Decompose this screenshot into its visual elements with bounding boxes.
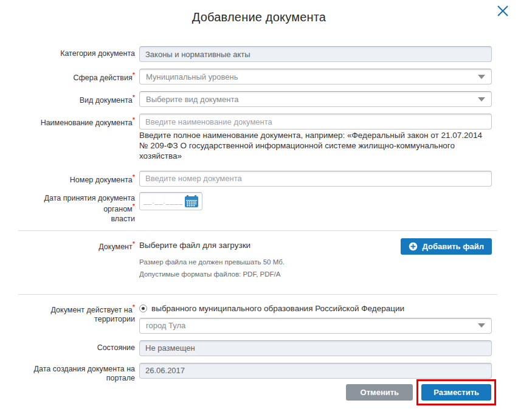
scope-select[interactable]: Муниципальный уровень — [139, 69, 492, 84]
document-file-label: Документ* — [18, 238, 135, 252]
state-field — [139, 340, 492, 356]
calendar-icon[interactable] — [185, 195, 198, 207]
territory-radio-label: выбранного муниципального образования Ро… — [151, 304, 404, 313]
annotation-highlight-rectangle: Разместить — [416, 379, 496, 405]
section-divider — [18, 294, 497, 295]
doc-name-row: Наименование документа* — [0, 114, 518, 129]
file-choose-text: Выберите файл для загрузки — [139, 241, 285, 250]
chevron-down-icon — [478, 97, 485, 102]
required-asterisk: * — [133, 116, 135, 123]
doc-name-label: Наименование документа* — [18, 114, 135, 128]
territory-label: Документ действует на* территории — [18, 302, 135, 325]
required-asterisk: * — [133, 303, 135, 311]
submit-button[interactable]: Разместить — [421, 384, 491, 401]
file-format-hint: Допустимые форматы файлов: PDF, PDF/A — [139, 270, 285, 278]
dialog-footer: Отменить Разместить — [0, 379, 518, 405]
doc-type-row: Вид документа* Выберите вид документа — [0, 91, 518, 107]
add-file-button-label: Добавить файл — [423, 242, 484, 251]
doc-type-select[interactable]: Выберите вид документа — [139, 91, 492, 107]
doc-number-label: Номер документа* — [18, 171, 135, 185]
required-asterisk: * — [133, 94, 135, 101]
adoption-date-input[interactable]: __.__.____ — [139, 192, 202, 210]
radio-selected-icon — [139, 305, 147, 312]
state-row: Состояние — [0, 340, 518, 356]
close-x-glyph — [496, 4, 510, 18]
doc-number-input[interactable] — [139, 171, 492, 187]
required-asterisk: * — [133, 240, 135, 247]
required-asterisk: * — [133, 71, 135, 78]
category-row: Категория документа — [0, 46, 518, 62]
chevron-down-icon — [478, 323, 485, 328]
required-asterisk: * — [133, 202, 135, 210]
doc-name-hint: Введите полное наименование документа, н… — [139, 131, 489, 162]
category-field — [139, 46, 492, 62]
category-label: Категория документа — [18, 46, 135, 59]
scope-label: Сфера действия* — [18, 69, 135, 83]
territory-select-value: город Тула — [146, 321, 185, 330]
territory-select[interactable]: город Тула — [139, 318, 492, 334]
territory-radio[interactable]: выбранного муниципального образования Ро… — [139, 302, 492, 313]
portal-date-field — [139, 363, 492, 379]
adoption-date-label: Дата принятия документа органом* власти — [18, 192, 135, 224]
date-placeholder: __.__.____ — [143, 198, 183, 205]
doc-name-hint-row: Введите полное наименование документа, н… — [0, 131, 518, 162]
document-file-row: Документ* Выберите файл для загрузки Раз… — [0, 238, 518, 278]
doc-type-label: Вид документа* — [18, 91, 135, 106]
doc-type-placeholder: Выберите вид документа — [146, 95, 238, 104]
section-divider — [18, 230, 497, 231]
doc-name-input[interactable] — [139, 114, 492, 129]
add-document-dialog: Добавление документа Категория документа… — [0, 0, 518, 420]
required-asterisk: * — [133, 173, 135, 181]
state-label: Состояние — [18, 340, 135, 353]
close-icon[interactable] — [495, 3, 511, 19]
cancel-button[interactable]: Отменить — [346, 384, 413, 401]
add-file-button[interactable]: Добавить файл — [401, 238, 492, 255]
scope-select-value: Муниципальный уровень — [146, 72, 238, 81]
dialog-title: Добавление документа — [0, 0, 518, 24]
chevron-down-icon — [478, 75, 485, 79]
territory-row: Документ действует на* территории выбран… — [0, 302, 518, 334]
doc-number-row: Номер документа* — [0, 171, 518, 187]
adoption-date-row: Дата принятия документа органом* власти … — [0, 192, 518, 224]
file-size-hint: Размер файла не должен превышать 50 Мб. — [139, 258, 285, 266]
add-document-form: Категория документа Сфера действия* Муни… — [0, 46, 518, 384]
plus-circle-icon — [409, 242, 418, 251]
scope-row: Сфера действия* Муниципальный уровень — [0, 69, 518, 84]
